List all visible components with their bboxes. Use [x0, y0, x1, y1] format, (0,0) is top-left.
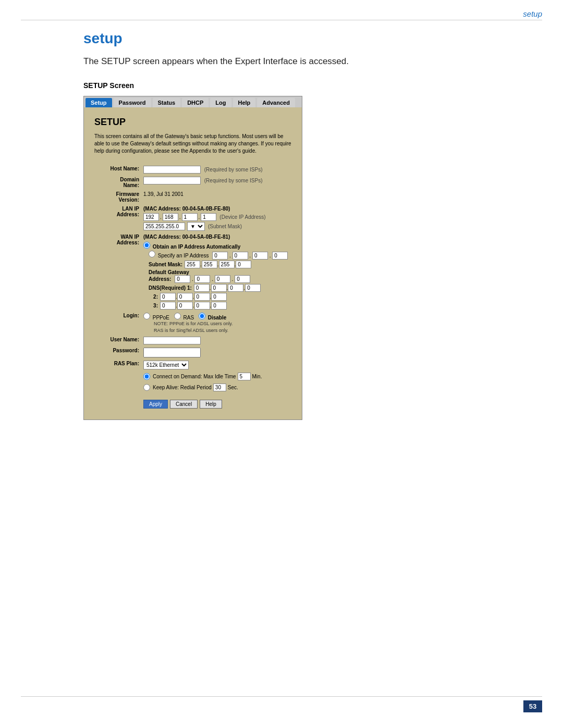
device-frame: Setup Password Status DHCP Log Help Adva… — [83, 96, 302, 420]
dns3-row: 3: . . . — [143, 302, 289, 310]
wan-mac: (MAC Address: 00-04-5A-0B-FE-81) — [143, 234, 289, 240]
disable-text: Disable — [208, 315, 227, 320]
connect-demand-label-wrap[interactable]: Connect on Demand: Max Idle Time Min. — [143, 373, 289, 380]
domain-name-input[interactable] — [143, 177, 201, 184]
device-description: This screen contains all of the Gateway'… — [94, 133, 291, 155]
ras-label-wrap[interactable]: RAS — [174, 315, 195, 320]
keep-alive-radio[interactable] — [143, 384, 150, 391]
dns3-label: 3: — [149, 303, 158, 309]
form-buttons: Apply Cancel Help — [143, 400, 289, 409]
ras-plan-value: 512k Ethernet — [141, 359, 291, 371]
disable-radio[interactable] — [199, 313, 205, 319]
lan-ip-octet3[interactable] — [182, 213, 198, 221]
default-gw-row: Default GatewayAddress: . . . — [143, 269, 289, 283]
wan-subnet-row: Subnet Mask: . . . — [143, 261, 289, 268]
dns3-octet1[interactable] — [160, 302, 176, 310]
obtain-auto-row: Obtain an IP Address Automatically — [143, 242, 289, 250]
obtain-auto-label[interactable]: Obtain an IP Address Automatically — [143, 244, 240, 250]
login-value: PPPoE RAS Disable NOTE: PPPoE is f — [141, 311, 291, 335]
dns2-octet3[interactable] — [194, 293, 210, 301]
tab-help[interactable]: Help — [233, 98, 256, 107]
device-body: SETUP This screen contains all of the Ga… — [84, 107, 302, 419]
dns3-octet2[interactable] — [177, 302, 193, 310]
connect-demand-radio[interactable] — [143, 373, 150, 380]
firmware-label: FirmwareVersion: — [94, 190, 141, 204]
gw-octet3[interactable] — [215, 275, 230, 283]
gw-octet1[interactable] — [175, 275, 190, 283]
user-name-input[interactable] — [143, 337, 201, 344]
connect-demand-input[interactable] — [238, 373, 251, 380]
keep-alive-row: Keep Alive: Redial Period Sec. — [94, 382, 291, 393]
specify-ip-octet4[interactable] — [272, 252, 288, 260]
tab-status[interactable]: Status — [153, 98, 181, 107]
lan-ip-fields: . . . (Device IP Address) — [143, 213, 289, 221]
gw-octet2[interactable] — [194, 275, 210, 283]
wan-subnet-octet4[interactable] — [236, 261, 251, 268]
firmware-value: 1.39, Jul 31 2001 — [141, 190, 291, 204]
pppoe-radio[interactable] — [143, 313, 150, 319]
domain-name-value: (Required by some ISPs) — [141, 175, 291, 190]
keep-alive-label-wrap[interactable]: Keep Alive: Redial Period Sec. — [143, 384, 289, 391]
password-value — [141, 346, 291, 359]
cancel-button[interactable]: Cancel — [170, 400, 198, 409]
device-title: SETUP — [94, 117, 291, 128]
obtain-auto-text: Obtain an IP Address Automatically — [153, 244, 241, 250]
host-name-input[interactable] — [143, 166, 201, 174]
pppoe-label-wrap[interactable]: PPPoE — [143, 315, 171, 320]
ras-plan-row: RAS Plan: 512k Ethernet — [94, 359, 291, 371]
tab-setup[interactable]: Setup — [85, 98, 112, 107]
subnet-mask-select[interactable]: ▼ — [187, 222, 205, 231]
user-name-row: User Name: — [94, 335, 291, 346]
password-input[interactable] — [143, 348, 201, 357]
bottom-divider — [21, 696, 542, 697]
tab-log[interactable]: Log — [210, 98, 231, 107]
keep-alive-text: Keep Alive: Redial Period — [153, 385, 212, 390]
ras-radio[interactable] — [174, 313, 181, 319]
dns1-octet1[interactable] — [194, 284, 210, 292]
wan-subnet-octet3[interactable] — [219, 261, 235, 268]
lan-ip-octet4[interactable] — [201, 213, 216, 221]
specify-ip-octet3[interactable] — [252, 252, 268, 260]
host-name-hint: (Required by some ISPs) — [204, 167, 263, 172]
apply-button[interactable]: Apply — [143, 400, 168, 409]
dns2-octet4[interactable] — [211, 293, 227, 301]
lan-ip-octet1[interactable] — [143, 213, 159, 221]
specify-ip-octet1[interactable] — [212, 252, 228, 260]
tab-advanced[interactable]: Advanced — [257, 98, 295, 107]
specify-ip-label-wrap[interactable]: Specify an IP Address — [149, 253, 210, 258]
lan-ip-value: (MAC Address: 00-04-5A-0B-FE-80) . . . (… — [141, 204, 291, 232]
specify-ip-octet2[interactable] — [232, 252, 248, 260]
login-note1: NOTE: PPPoE is for ADSL users only. — [154, 320, 289, 327]
wan-subnet-octet1[interactable] — [185, 261, 200, 268]
page-title: setup — [83, 30, 480, 47]
disable-label-wrap[interactable]: Disable — [199, 315, 226, 320]
keep-alive-unit: Sec. — [228, 385, 238, 390]
dns3-octet3[interactable] — [194, 302, 210, 310]
specify-ip-text: Specify an IP Address — [158, 253, 209, 258]
dns2-octet1[interactable] — [160, 293, 176, 301]
login-row: Login: PPPoE RAS — [94, 311, 291, 335]
tab-password[interactable]: Password — [114, 98, 151, 107]
subnet-mask-input[interactable] — [143, 223, 185, 230]
main-content: setup The SETUP screen appears when the … — [83, 30, 480, 420]
gw-octet4[interactable] — [235, 275, 250, 283]
firmware-row: FirmwareVersion: 1.39, Jul 31 2001 — [94, 190, 291, 204]
dns2-octet2[interactable] — [177, 293, 193, 301]
specify-ip-radio[interactable] — [149, 251, 155, 257]
subnet-mask-row: ▼ (Subnet Mask) — [143, 222, 289, 231]
ras-plan-label: RAS Plan: — [94, 359, 141, 371]
ras-plan-select[interactable]: 512k Ethernet — [143, 361, 189, 369]
dns1-octet2[interactable] — [211, 284, 227, 292]
lan-ip-hint: (Device IP Address) — [219, 214, 265, 220]
lan-ip-octet2[interactable] — [163, 213, 178, 221]
button-area: Apply Cancel Help — [141, 393, 291, 410]
dns1-octet4[interactable] — [245, 284, 261, 292]
wan-subnet-octet2[interactable] — [202, 261, 217, 268]
tab-dhcp[interactable]: DHCP — [182, 98, 209, 107]
dns1-octet3[interactable] — [228, 284, 243, 292]
obtain-auto-radio[interactable] — [143, 242, 150, 249]
dns1-label: DNS(Required) 1: — [149, 285, 192, 291]
help-button[interactable]: Help — [200, 400, 222, 409]
keep-alive-input[interactable] — [213, 384, 226, 391]
dns3-octet4[interactable] — [211, 302, 227, 310]
